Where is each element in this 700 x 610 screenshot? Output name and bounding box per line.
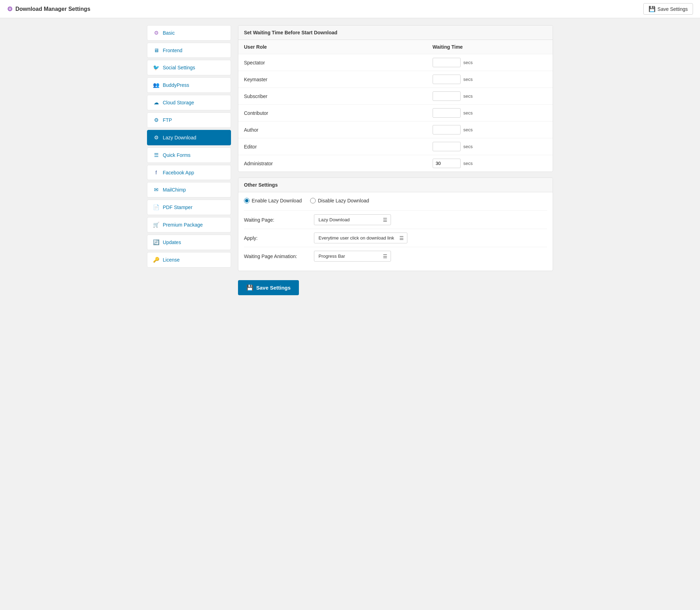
- enable-lazy-download-radio[interactable]: [244, 198, 250, 203]
- time-cell: secs: [427, 88, 553, 105]
- sidebar-item-label-updates: Updates: [163, 240, 181, 245]
- content-area: Set Waiting Time Before Start Download U…: [238, 25, 553, 302]
- license-icon: 🔑: [153, 257, 159, 263]
- sidebar-item-ftp[interactable]: ⚙FTP: [147, 112, 231, 128]
- save-settings-bottom-button[interactable]: 💾 Save Settings: [238, 280, 299, 295]
- main-container: ⚙Basic🖥Frontend🐦Social Settings👥BuddyPre…: [140, 18, 560, 309]
- premium-package-icon: 🛒: [153, 222, 159, 228]
- enable-lazy-download-option[interactable]: Enable Lazy Download: [244, 198, 302, 203]
- select-wrap-2: Progress BarSpinnerNone☰: [314, 251, 391, 262]
- role-cell: Spectator: [238, 54, 427, 71]
- sidebar-item-label-license: License: [163, 257, 180, 263]
- quick-forms-icon: ☰: [153, 152, 159, 158]
- time-cell: secs: [427, 71, 553, 88]
- table-row: Authorsecs: [238, 122, 553, 138]
- bottom-save-wrap: 💾 Save Settings: [238, 277, 553, 302]
- sidebar-item-cloud-storage[interactable]: ☁Cloud Storage: [147, 95, 231, 110]
- other-settings-body: Enable Lazy Download Disable Lazy Downlo…: [238, 192, 553, 271]
- setting-row-1: Apply:Everytime user click on download l…: [244, 229, 547, 247]
- sidebar-item-pdf-stamper[interactable]: 📄PDF Stamper: [147, 200, 231, 215]
- select-wrap-1: Everytime user click on download linkOnc…: [314, 233, 407, 243]
- save-settings-top-button[interactable]: 💾 Save Settings: [643, 3, 693, 15]
- sidebar-item-lazy-download[interactable]: ⚙Lazy Download: [147, 130, 231, 145]
- frontend-icon: 🖥: [153, 47, 159, 53]
- setting-select-1[interactable]: Everytime user click on download linkOnc…: [314, 233, 407, 243]
- table-row: Editorsecs: [238, 138, 553, 155]
- sidebar-item-buddypress[interactable]: 👥BuddyPress: [147, 77, 231, 93]
- sidebar-item-mailchimp[interactable]: ✉MailChimp: [147, 182, 231, 197]
- other-settings-panel-header: Other Settings: [238, 178, 553, 192]
- floppy-icon-top: 💾: [649, 6, 656, 12]
- sidebar-item-label-premium-package: Premium Package: [163, 222, 203, 228]
- time-input-keymaster[interactable]: [433, 75, 461, 84]
- sidebar-item-label-lazy-download: Lazy Download: [163, 135, 196, 140]
- time-input-wrap: secs: [433, 91, 547, 101]
- setting-select-2[interactable]: Progress BarSpinnerNone: [314, 251, 391, 262]
- updates-icon: 🔄: [153, 239, 159, 245]
- sidebar-item-quick-forms[interactable]: ☰Quick Forms: [147, 147, 231, 163]
- save-settings-top-label: Save Settings: [658, 6, 688, 12]
- secs-label: secs: [463, 93, 473, 99]
- social-settings-icon: 🐦: [153, 64, 159, 71]
- ftp-icon: ⚙: [153, 117, 159, 123]
- sidebar-item-social-settings[interactable]: 🐦Social Settings: [147, 60, 231, 75]
- time-cell: secs: [427, 54, 553, 71]
- time-cell: secs: [427, 138, 553, 155]
- top-bar: ⚙ Download Manager Settings 💾 Save Setti…: [0, 0, 700, 18]
- title-gear-icon: ⚙: [7, 5, 13, 13]
- sidebar-item-basic[interactable]: ⚙Basic: [147, 25, 231, 41]
- lazy-download-icon: ⚙: [153, 134, 159, 141]
- sidebar-item-label-social-settings: Social Settings: [163, 65, 195, 70]
- secs-label: secs: [463, 144, 473, 149]
- secs-label: secs: [463, 60, 473, 65]
- role-cell: Subscriber: [238, 88, 427, 105]
- setting-select-0[interactable]: Lazy DownloadCustom Page: [314, 214, 391, 225]
- setting-control-2: Progress BarSpinnerNone☰: [314, 251, 547, 262]
- role-cell: Editor: [238, 138, 427, 155]
- time-input-wrap: secs: [433, 125, 547, 134]
- table-row: Contributorsecs: [238, 105, 553, 122]
- sidebar-item-label-buddypress: BuddyPress: [163, 82, 189, 88]
- secs-label: secs: [463, 161, 473, 166]
- time-input-subscriber[interactable]: [433, 91, 461, 101]
- waiting-time-panel-title: Set Waiting Time Before Start Download: [244, 30, 337, 35]
- cloud-storage-icon: ☁: [153, 99, 159, 106]
- sidebar-item-label-ftp: FTP: [163, 117, 172, 123]
- waiting-time-panel: Set Waiting Time Before Start Download U…: [238, 25, 553, 172]
- role-cell: Keymaster: [238, 71, 427, 88]
- page-title: ⚙ Download Manager Settings: [7, 5, 90, 13]
- setting-label-1: Apply:: [244, 235, 314, 241]
- sidebar-item-license[interactable]: 🔑License: [147, 252, 231, 268]
- save-settings-bottom-label: Save Settings: [256, 285, 290, 291]
- sidebar-item-label-basic: Basic: [163, 30, 175, 36]
- time-input-spectator[interactable]: [433, 58, 461, 67]
- secs-label: secs: [463, 127, 473, 132]
- disable-lazy-download-option[interactable]: Disable Lazy Download: [310, 198, 369, 203]
- time-input-author[interactable]: [433, 125, 461, 134]
- mailchimp-icon: ✉: [153, 187, 159, 193]
- disable-lazy-download-label: Disable Lazy Download: [318, 198, 369, 203]
- setting-control-1: Everytime user click on download linkOnc…: [314, 233, 547, 243]
- time-cell: secs: [427, 155, 553, 172]
- setting-label-0: Waiting Page:: [244, 217, 314, 223]
- sidebar-item-label-mailchimp: MailChimp: [163, 187, 186, 193]
- time-input-editor[interactable]: [433, 142, 461, 151]
- sidebar-item-label-frontend: Frontend: [163, 48, 182, 53]
- role-cell: Administrator: [238, 155, 427, 172]
- sidebar-item-premium-package[interactable]: 🛒Premium Package: [147, 217, 231, 233]
- disable-lazy-download-radio[interactable]: [310, 198, 316, 203]
- other-settings-panel: Other Settings Enable Lazy Download Disa…: [238, 178, 553, 271]
- time-cell: secs: [427, 105, 553, 122]
- buddypress-icon: 👥: [153, 82, 159, 88]
- lazy-download-radio-group: Enable Lazy Download Disable Lazy Downlo…: [244, 198, 547, 203]
- time-cell: secs: [427, 122, 553, 138]
- sidebar-item-updates[interactable]: 🔄Updates: [147, 235, 231, 250]
- sidebar-item-facebook-app[interactable]: fFacebook App: [147, 165, 231, 180]
- time-input-wrap: secs: [433, 142, 547, 151]
- sidebar-item-frontend[interactable]: 🖥Frontend: [147, 43, 231, 58]
- setting-row-2: Waiting Page Animation:Progress BarSpinn…: [244, 247, 547, 265]
- setting-row-0: Waiting Page:Lazy DownloadCustom Page☰: [244, 210, 547, 229]
- time-input-contributor[interactable]: [433, 108, 461, 118]
- time-input-administrator[interactable]: [433, 159, 461, 168]
- secs-label: secs: [463, 110, 473, 116]
